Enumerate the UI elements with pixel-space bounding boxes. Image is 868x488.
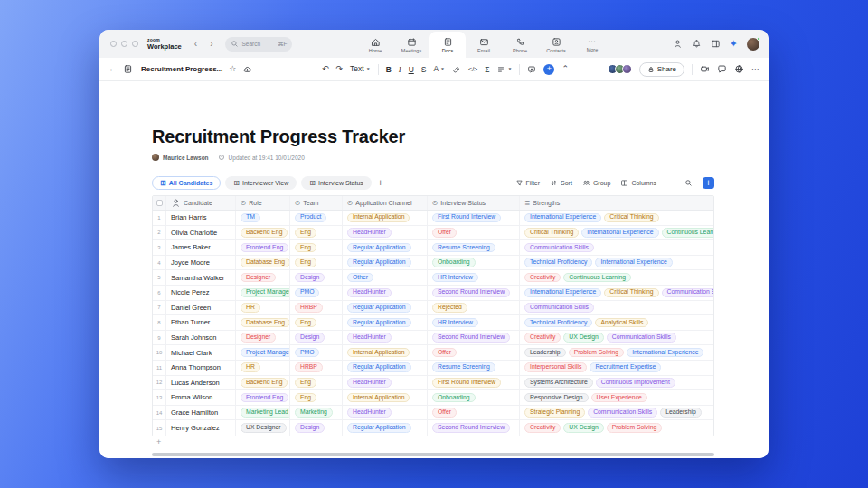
tag-pill[interactable]: Onboarding bbox=[432, 258, 476, 267]
application-channel-cell[interactable]: Internal Application bbox=[343, 390, 428, 405]
strengths-cell[interactable]: Technical ProficiencyInternational Exper… bbox=[520, 256, 713, 270]
tag-pill[interactable]: Creativity bbox=[524, 423, 561, 433]
close-window-button[interactable] bbox=[110, 41, 117, 47]
interview-status-cell[interactable]: Offer bbox=[428, 226, 520, 240]
application-channel-cell[interactable]: Internal Application bbox=[343, 345, 428, 360]
zoom-window-button[interactable] bbox=[132, 41, 138, 47]
application-channel-cell[interactable]: HeadHunter bbox=[343, 226, 428, 240]
tag-pill[interactable]: Eng bbox=[295, 378, 316, 388]
tag-pill[interactable]: HeadHunter bbox=[347, 288, 392, 298]
add-contact-icon[interactable] bbox=[673, 39, 683, 49]
table-row[interactable]: 6Nicole PerezProject ManagerPMOHeadHunte… bbox=[153, 286, 713, 301]
insert-link-icon[interactable] bbox=[452, 65, 461, 74]
application-channel-cell[interactable]: Regular Application bbox=[343, 315, 428, 330]
application-channel-cell[interactable]: Regular Application bbox=[343, 240, 428, 255]
team-cell[interactable]: PMO bbox=[290, 345, 343, 360]
application-channel-cell[interactable]: Regular Application bbox=[343, 301, 428, 315]
add-record-button[interactable]: + bbox=[703, 177, 714, 189]
user-avatar[interactable] bbox=[747, 38, 760, 51]
tag-pill[interactable]: Backend Eng bbox=[241, 378, 288, 388]
tag-pill[interactable]: PMO bbox=[295, 348, 319, 358]
tag-pill[interactable]: Internal Application bbox=[347, 393, 410, 403]
add-row-button[interactable]: + bbox=[152, 436, 714, 448]
role-cell[interactable]: Backend Eng bbox=[236, 376, 290, 390]
strengths-cell[interactable]: International ExperienceCritical Thinkin… bbox=[520, 211, 713, 225]
role-cell[interactable]: Designer bbox=[236, 270, 290, 285]
recent-docs-icon[interactable] bbox=[123, 64, 133, 74]
tag-pill[interactable]: Eng bbox=[295, 318, 316, 328]
interview-status-cell[interactable]: Second Round Interview bbox=[428, 286, 520, 300]
column-header-candidate[interactable]: Candidate bbox=[166, 196, 236, 210]
team-cell[interactable]: Marketing bbox=[290, 406, 343, 420]
candidate-name-cell[interactable]: Grace Hamilton bbox=[166, 406, 236, 420]
interview-status-cell[interactable]: Second Round Interview bbox=[428, 331, 520, 345]
tag-pill[interactable]: Eng bbox=[295, 393, 316, 403]
comment-icon[interactable] bbox=[527, 65, 536, 74]
tag-pill[interactable]: Leadership bbox=[660, 408, 702, 418]
app-tab-meetings[interactable]: Meetings bbox=[393, 32, 429, 58]
tag-pill[interactable]: Design bbox=[295, 333, 325, 343]
tag-pill[interactable]: Critical Thinking bbox=[604, 213, 658, 223]
tag-pill[interactable]: International Experience bbox=[581, 228, 658, 238]
globe-icon[interactable] bbox=[734, 64, 744, 74]
tag-pill[interactable]: Design bbox=[295, 423, 325, 433]
tag-pill[interactable]: HRBP bbox=[295, 303, 323, 313]
interview-status-cell[interactable]: Resume Screening bbox=[428, 240, 520, 255]
tag-pill[interactable]: Offer bbox=[432, 228, 457, 238]
tag-pill[interactable]: Internal Application bbox=[347, 213, 410, 223]
tag-pill[interactable]: Designer bbox=[241, 333, 276, 343]
interview-status-cell[interactable]: HR Interview bbox=[428, 270, 520, 285]
column-header-team[interactable]: ⊙Team bbox=[290, 196, 343, 210]
candidate-name-cell[interactable]: James Baker bbox=[166, 240, 236, 255]
tag-pill[interactable]: Creativity bbox=[524, 333, 561, 343]
application-channel-cell[interactable]: Regular Application bbox=[343, 361, 428, 375]
column-header-interview-status[interactable]: ⊙Interview Status bbox=[428, 196, 520, 210]
tag-pill[interactable]: Second Round Interview bbox=[432, 333, 510, 343]
app-tab-docs[interactable]: Docs bbox=[429, 32, 466, 58]
tag-pill[interactable]: HRBP bbox=[295, 362, 323, 372]
tag-pill[interactable]: Continuous Improvement bbox=[596, 378, 675, 388]
tag-pill[interactable]: Problem Solving bbox=[607, 423, 663, 433]
team-cell[interactable]: Eng bbox=[290, 226, 343, 240]
window-controls[interactable] bbox=[110, 41, 138, 47]
interview-status-cell[interactable]: Onboarding bbox=[428, 390, 520, 405]
ai-companion-icon[interactable]: ✦ bbox=[730, 39, 738, 49]
role-cell[interactable]: Project Manager bbox=[236, 286, 290, 300]
application-channel-cell[interactable]: Other bbox=[343, 270, 428, 285]
team-cell[interactable]: Eng bbox=[290, 390, 343, 405]
strengths-cell[interactable]: Systems ArchitectureContinuous Improveme… bbox=[520, 376, 713, 390]
italic-button[interactable]: I bbox=[399, 65, 401, 74]
team-cell[interactable]: Design bbox=[290, 270, 343, 285]
tag-pill[interactable]: First Round Interview bbox=[432, 378, 501, 388]
tag-pill[interactable]: Critical Thinking bbox=[524, 228, 579, 238]
candidate-name-cell[interactable]: Daniel Green bbox=[166, 301, 236, 315]
interview-status-cell[interactable]: Rejected bbox=[428, 301, 520, 315]
interview-status-cell[interactable]: Onboarding bbox=[428, 256, 520, 270]
table-row[interactable]: 11Anna ThompsonHRHRBPRegular Application… bbox=[153, 361, 713, 376]
strengths-cell[interactable]: Communication Skills bbox=[520, 240, 713, 255]
table-row[interactable]: 12Lucas AndersonBackend EngEngHeadHunter… bbox=[153, 376, 713, 391]
tag-pill[interactable]: Internal Application bbox=[347, 348, 410, 358]
tag-pill[interactable]: HR Interview bbox=[432, 273, 478, 283]
tag-pill[interactable]: International Experience bbox=[524, 288, 601, 298]
doc-title-breadcrumb[interactable]: Recruitment Progress... bbox=[141, 65, 222, 73]
app-tab-home[interactable]: Home bbox=[357, 32, 393, 58]
application-channel-cell[interactable]: HeadHunter bbox=[343, 376, 428, 390]
candidate-name-cell[interactable]: Ethan Turner bbox=[166, 315, 236, 330]
tag-pill[interactable]: Product bbox=[295, 213, 326, 223]
formula-button[interactable]: Σ bbox=[485, 65, 489, 74]
team-cell[interactable]: Eng bbox=[290, 315, 343, 330]
minimize-window-button[interactable] bbox=[121, 41, 127, 47]
tag-pill[interactable]: Technical Proficiency bbox=[524, 318, 592, 328]
role-cell[interactable]: Database Eng bbox=[236, 315, 290, 330]
tag-pill[interactable]: Offer bbox=[432, 348, 457, 358]
interview-status-cell[interactable]: Offer bbox=[428, 345, 520, 360]
table-row[interactable]: 13Emma WilsonFrontend EngEngInternal App… bbox=[153, 390, 713, 406]
role-cell[interactable]: Database Eng bbox=[236, 256, 290, 270]
text-style-dropdown[interactable]: Text▼ bbox=[350, 65, 371, 73]
tag-pill[interactable]: HeadHunter bbox=[347, 378, 392, 388]
interview-status-cell[interactable]: First Round Interview bbox=[428, 211, 520, 225]
tag-pill[interactable]: Designer bbox=[241, 273, 276, 283]
view-tab-all-candidates[interactable]: ⊞All Candidates bbox=[152, 176, 221, 190]
table-row[interactable]: 15Henry GonzalezUX DesignerDesignRegular… bbox=[153, 420, 713, 436]
